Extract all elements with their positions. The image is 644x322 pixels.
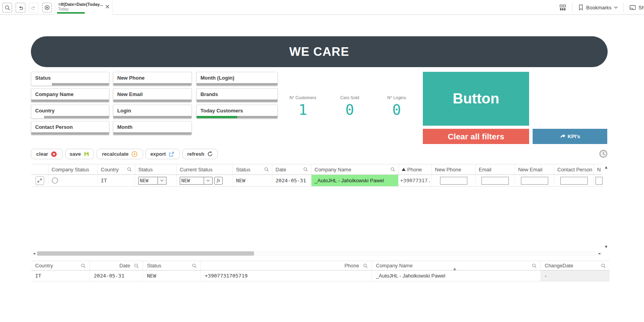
cell-country[interactable]: IT: [98, 175, 135, 186]
col-n-partial[interactable]: N: [594, 164, 603, 174]
main-button[interactable]: Button: [423, 72, 529, 126]
filter-contact-person[interactable]: Contact Person: [31, 121, 109, 135]
col-country[interactable]: Country: [31, 261, 90, 270]
cell-status[interactable]: NEW: [143, 270, 201, 281]
horizontal-scrollbar[interactable]: ◄ ►: [31, 251, 603, 256]
filter-month[interactable]: Month: [113, 121, 192, 135]
scroll-up-icon[interactable]: ▲: [603, 165, 609, 169]
kpis-button[interactable]: KPI's: [533, 129, 607, 144]
col-email[interactable]: Email: [476, 164, 515, 174]
vertical-scrollbar[interactable]: ▲ ▼: [603, 165, 609, 249]
col-status[interactable]: Status: [143, 261, 201, 270]
step-back-icon[interactable]: [16, 3, 25, 12]
filter-label: Contact Person: [31, 121, 109, 130]
kpi-label: N° Logins: [369, 95, 424, 100]
col-status-2[interactable]: Status: [233, 164, 272, 174]
save-button[interactable]: save: [65, 149, 94, 159]
col-changedate[interactable]: ChangeDate: [541, 261, 610, 270]
export-button[interactable]: export: [145, 149, 180, 159]
search-icon[interactable]: [192, 263, 197, 268]
filter-brands[interactable]: Brands: [196, 88, 278, 102]
refresh-button[interactable]: refresh: [182, 149, 218, 159]
clear-all-filters-button[interactable]: Clear all filters: [423, 129, 529, 144]
cell-date[interactable]: 2024-05-31: [90, 270, 143, 281]
email-input[interactable]: [481, 177, 509, 185]
cell-phone[interactable]: +39077317...: [399, 175, 432, 186]
active-sheet-tab[interactable]: =If(Date=Date(Today... Today: [55, 0, 113, 15]
current-status-dropdown-value[interactable]: NEW: [180, 177, 204, 185]
main-table-header: Company Status Country Status Current St…: [31, 164, 603, 175]
col-company-name[interactable]: Company Name: [372, 261, 541, 270]
chevron-down-icon[interactable]: [158, 177, 166, 185]
new-email-input[interactable]: [521, 177, 548, 185]
kpi-value: 1: [275, 101, 330, 118]
cell-company-status[interactable]: [48, 175, 98, 186]
cell-new-phone: [432, 175, 476, 186]
search-icon[interactable]: [303, 167, 308, 172]
chevron-down-icon[interactable]: [204, 177, 213, 185]
filter-label: Brands: [197, 89, 277, 97]
kpis-button-label: KPI's: [568, 133, 580, 139]
search-icon[interactable]: [363, 263, 368, 268]
filter-country[interactable]: Country: [31, 105, 109, 119]
status-dropdown[interactable]: NEW: [138, 177, 166, 185]
clear-selections-icon[interactable]: [42, 3, 52, 12]
cell-date[interactable]: 2024-05-31: [272, 175, 311, 186]
search-icon[interactable]: [134, 263, 139, 268]
search-icon[interactable]: [127, 167, 132, 172]
filter-login[interactable]: Login: [113, 105, 192, 119]
search-icon[interactable]: [264, 167, 269, 172]
scroll-left-icon[interactable]: ◄: [31, 251, 37, 256]
col-status[interactable]: Status: [135, 164, 177, 174]
cell-company-name[interactable]: _AutoJHL - Jaholkowski Pawel: [372, 270, 541, 281]
search-icon[interactable]: [532, 263, 537, 268]
contact-person-input[interactable]: [560, 177, 588, 185]
bookmark-icon: [578, 4, 584, 11]
col-contact-person[interactable]: Contact Person: [554, 164, 594, 174]
app-objects-icon[interactable]: [559, 4, 567, 11]
banner-title-text: WE CARE: [289, 45, 349, 59]
cell-changedate[interactable]: -: [541, 270, 610, 281]
clear-button[interactable]: clear: [31, 149, 63, 159]
cell-phone[interactable]: +3907731705719: [201, 270, 372, 281]
cell-company-name-selected[interactable]: _AutoJHL - Jaholkowski Pawel: [311, 175, 399, 186]
filter-month-login[interactable]: Month (Login): [196, 72, 278, 86]
search-icon[interactable]: [81, 263, 86, 268]
kpi-cars-sold: Cars Sold 0: [322, 95, 377, 118]
bookmarks-menu[interactable]: Bookmarks: [578, 4, 618, 11]
filter-new-email[interactable]: New Email: [113, 88, 192, 102]
cell-status[interactable]: NEW: [233, 175, 272, 186]
col-country[interactable]: Country: [98, 164, 135, 174]
col-new-phone[interactable]: New Phone: [432, 164, 476, 174]
col-phone[interactable]: Phone: [399, 164, 432, 174]
close-tab-icon[interactable]: [105, 4, 110, 9]
cell-country[interactable]: IT: [31, 270, 90, 281]
expand-row-icon[interactable]: [36, 176, 44, 185]
scrollbar-thumb[interactable]: [37, 251, 254, 256]
search-icon[interactable]: [390, 167, 395, 172]
filter-new-phone[interactable]: New Phone: [113, 72, 192, 86]
col-company-name[interactable]: Company Name: [311, 164, 399, 174]
scroll-down-icon[interactable]: ▼: [603, 244, 609, 249]
sheets-menu[interactable]: Sheets: [629, 4, 644, 11]
col-current-status[interactable]: Current Status: [177, 164, 233, 174]
current-status-dropdown[interactable]: NEW: [180, 177, 213, 185]
col-new-email[interactable]: New Email: [515, 164, 554, 174]
smart-search-icon[interactable]: [2, 3, 12, 12]
scroll-right-icon[interactable]: ►: [597, 251, 603, 256]
search-icon[interactable]: [601, 263, 606, 268]
status-dropdown-value[interactable]: NEW: [138, 177, 158, 185]
col-phone[interactable]: Phone: [201, 261, 372, 270]
recalculate-button[interactable]: recalculate: [97, 149, 143, 159]
filter-status[interactable]: Status: [31, 72, 109, 86]
filter-company-name[interactable]: Company Name: [31, 88, 109, 102]
filter-today-customers[interactable]: Today Customers: [196, 105, 278, 119]
partial-input[interactable]: [596, 177, 603, 185]
fx-button[interactable]: fx: [214, 177, 223, 185]
new-phone-input[interactable]: [440, 177, 467, 185]
step-forward-icon[interactable]: [29, 3, 39, 12]
col-company-status[interactable]: Company Status: [48, 164, 98, 174]
col-date[interactable]: Date: [272, 164, 311, 174]
col-date[interactable]: Date: [90, 261, 143, 270]
selection-bar: [113, 132, 191, 135]
